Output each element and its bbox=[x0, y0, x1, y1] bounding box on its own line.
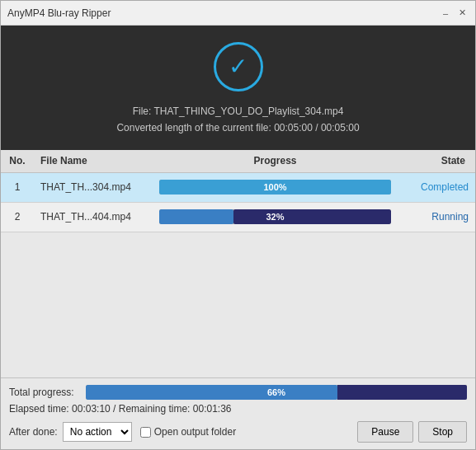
header-area: ✓ File: THAT_THING_YOU_DO_Playlist_304.m… bbox=[1, 26, 475, 150]
converted-label: Converted length of the current file: 00… bbox=[116, 120, 359, 136]
row2-state: Running bbox=[401, 211, 475, 223]
after-done-row: After done: No action Exit Hibernate Shu… bbox=[9, 421, 467, 443]
row1-filename: THAT_TH...304.mp4 bbox=[34, 181, 149, 193]
after-done-label: After done: bbox=[9, 426, 58, 438]
minimize-button[interactable]: – bbox=[439, 7, 452, 20]
open-folder-label[interactable]: Open output folder bbox=[154, 426, 236, 438]
table-body: 1 THAT_TH...304.mp4 100% Completed 2 THA… bbox=[1, 173, 475, 377]
table-row[interactable]: 1 THAT_TH...304.mp4 100% Completed bbox=[1, 173, 475, 203]
row1-progress-bar: 100% bbox=[159, 180, 391, 195]
row2-no: 2 bbox=[1, 211, 34, 223]
row2-progress-cell: 32% bbox=[149, 209, 401, 224]
check-circle: ✓ bbox=[214, 42, 263, 91]
window-title: AnyMP4 Blu-ray Ripper bbox=[7, 7, 439, 19]
row2-progress-bar: 32% bbox=[159, 209, 391, 224]
col-file-name: File Name bbox=[34, 155, 149, 166]
close-button[interactable]: ✕ bbox=[455, 7, 469, 20]
row1-state: Completed bbox=[401, 181, 475, 193]
elapsed-row: Elapsed time: 00:03:10 / Remaining time:… bbox=[9, 403, 467, 415]
open-folder-checkbox[interactable] bbox=[140, 427, 151, 438]
table-area: No. File Name Progress State 1 THAT_TH..… bbox=[1, 150, 475, 377]
total-progress-text: 66% bbox=[86, 385, 467, 400]
title-bar-controls: – ✕ bbox=[439, 7, 469, 20]
col-state: State bbox=[401, 155, 475, 166]
row1-no: 1 bbox=[1, 181, 34, 193]
stop-button[interactable]: Stop bbox=[418, 421, 467, 443]
checkmark-icon: ✓ bbox=[229, 55, 247, 78]
row1-progress-cell: 100% bbox=[149, 180, 401, 195]
table-header: No. File Name Progress State bbox=[1, 150, 475, 173]
col-no: No. bbox=[1, 155, 34, 166]
row1-progress-label: 100% bbox=[159, 180, 391, 195]
col-progress: Progress bbox=[149, 155, 401, 166]
table-row[interactable]: 2 THAT_TH...404.mp4 32% Running bbox=[1, 203, 475, 232]
main-window: AnyMP4 Blu-ray Ripper – ✕ ✓ File: THAT_T… bbox=[0, 0, 476, 450]
pause-button[interactable]: Pause bbox=[357, 421, 413, 443]
total-progress-bar: 66% bbox=[86, 385, 467, 400]
bottom-area: Total progress: 66% Elapsed time: 00:03:… bbox=[1, 377, 475, 449]
row2-filename: THAT_TH...404.mp4 bbox=[34, 211, 149, 223]
action-select[interactable]: No action Exit Hibernate Shutdown bbox=[63, 422, 132, 442]
total-progress-row: Total progress: 66% bbox=[9, 385, 467, 400]
row2-progress-label: 32% bbox=[159, 209, 391, 224]
title-bar: AnyMP4 Blu-ray Ripper – ✕ bbox=[1, 1, 475, 26]
open-folder-wrap: Open output folder bbox=[140, 426, 236, 438]
file-label: File: THAT_THING_YOU_DO_Playlist_304.mp4 bbox=[116, 103, 359, 120]
file-info: File: THAT_THING_YOU_DO_Playlist_304.mp4… bbox=[116, 103, 359, 137]
total-progress-label: Total progress: bbox=[9, 387, 79, 398]
